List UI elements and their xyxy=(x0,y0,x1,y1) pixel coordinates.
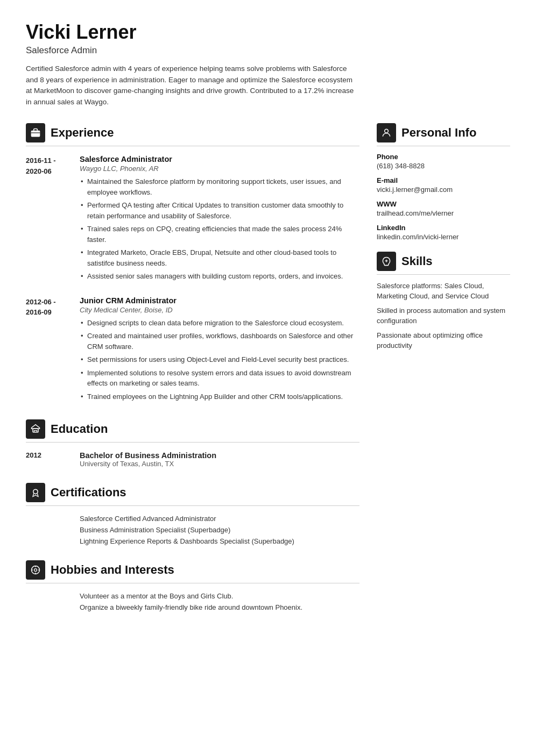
job-title-2: Junior CRM Administrator xyxy=(80,296,359,305)
job-company-2: City Medical Center, Boise, ID xyxy=(80,306,359,314)
svg-point-3 xyxy=(33,489,38,494)
bullet: Set permissions for users using Object-L… xyxy=(80,354,359,365)
briefcase-icon xyxy=(30,127,41,138)
hobby-item-1: Volunteer as a mentor at the Boys and Gi… xyxy=(80,592,359,600)
phone-label: Phone xyxy=(377,153,510,161)
hobbies-divider xyxy=(26,583,359,583)
experience-title: Experience xyxy=(51,126,114,140)
skills-title: Skills xyxy=(401,254,432,268)
job-bullets-2: Designed scripts to clean data before mi… xyxy=(80,318,359,402)
cert-item-1: Salesforce Certified Advanced Administra… xyxy=(80,515,359,523)
personal-info-section: Personal Info Phone (618) 348-8828 E-mai… xyxy=(377,123,510,241)
resume-title: Salesforce Admin xyxy=(26,45,510,56)
certifications-title: Certifications xyxy=(51,486,126,500)
edu-school-1: University of Texas, Austin, TX xyxy=(80,460,216,468)
job-entry-1: 2016-11 - 2020-06 Salesforce Administrat… xyxy=(26,155,359,284)
hobbies-title: Hobbies and Interests xyxy=(51,563,174,577)
svg-point-6 xyxy=(385,130,389,133)
personal-info-title: Personal Info xyxy=(401,126,476,140)
skill-item-2: Skilled in process automation and system… xyxy=(377,306,510,326)
bullet: Implemented solutions to resolve system … xyxy=(80,368,359,389)
education-title: Education xyxy=(51,422,108,436)
www-label: WWW xyxy=(377,200,510,208)
linkedin-label: LinkedIn xyxy=(377,224,510,232)
email-label: E-mail xyxy=(377,176,510,184)
job-bullets-1: Maintained the Salesforce platform by mo… xyxy=(80,176,359,282)
edu-content-1: Bachelor of Business Administration Univ… xyxy=(80,451,216,468)
linkedin-value: linkedin.com/in/vicki-lerner xyxy=(377,233,510,241)
bullet: Created and maintained user profiles, wo… xyxy=(80,331,359,352)
certifications-divider xyxy=(26,505,359,506)
hobbies-icon xyxy=(26,560,45,580)
skills-icon xyxy=(377,252,396,271)
bullet: Trained sales reps on CPQ, creating effi… xyxy=(80,224,359,245)
email-field: E-mail vicki.j.lerner@gmail.com xyxy=(377,176,510,194)
bullet: Trained employees on the Lightning App B… xyxy=(80,391,359,402)
hobbies-list: Volunteer as a mentor at the Boys and Gi… xyxy=(80,592,359,611)
job-content-2: Junior CRM Administrator City Medical Ce… xyxy=(80,296,359,405)
education-section: Education 2012 Bachelor of Business Admi… xyxy=(26,419,359,468)
experience-header: Experience xyxy=(26,123,359,142)
skills-divider xyxy=(377,274,510,275)
experience-divider xyxy=(26,146,359,146)
hobbies-section: Hobbies and Interests Volunteer as a men… xyxy=(26,560,359,611)
education-header: Education xyxy=(26,419,359,439)
linkedin-field: LinkedIn linkedin.com/in/vicki-lerner xyxy=(377,224,510,241)
job-company-1: Waygo LLC, Phoenix, AR xyxy=(80,165,359,173)
bullet: Designed scripts to clean data before mi… xyxy=(80,318,359,329)
personal-info-icon xyxy=(377,123,396,142)
experience-section: Experience 2016-11 - 2020-06 Salesforce … xyxy=(26,123,359,404)
cert-item-3: Lightning Experience Reports & Dashboard… xyxy=(80,537,359,545)
hobby-item-2: Organize a biweekly family-friendly bike… xyxy=(80,603,359,611)
job-title-1: Salesforce Administrator xyxy=(80,155,359,163)
svg-point-5 xyxy=(34,569,37,572)
skills-section: Skills Salesforce platforms: Sales Cloud… xyxy=(377,252,510,351)
certifications-icon xyxy=(26,483,45,502)
bullet: Maintained the Salesforce platform by mo… xyxy=(80,176,359,197)
email-value: vicki.j.lerner@gmail.com xyxy=(377,186,510,194)
education-icon xyxy=(26,419,45,439)
experience-icon xyxy=(26,123,45,142)
svg-rect-0 xyxy=(31,131,40,137)
job-entry-2: 2012-06 - 2016-09 Junior CRM Administrat… xyxy=(26,296,359,405)
skills-header: Skills xyxy=(377,252,510,271)
right-column: Personal Info Phone (618) 348-8828 E-mai… xyxy=(377,123,510,361)
www-field: WWW trailhead.com/me/vlerner xyxy=(377,200,510,217)
resume-summary: Certified Salesforce admin with 4 years … xyxy=(26,63,359,109)
bullet: Integrated Marketo, Oracle EBS, Drupal, … xyxy=(80,247,359,268)
bullet: Assisted senior sales managers with buil… xyxy=(80,271,359,282)
skill-item-1: Salesforce platforms: Sales Cloud, Marke… xyxy=(377,281,510,302)
cert-item-2: Business Administration Specialist (Supe… xyxy=(80,526,359,534)
hobbies-header: Hobbies and Interests xyxy=(26,560,359,580)
bullet: Performed QA testing after Critical Upda… xyxy=(80,200,359,221)
hobbies-svg-icon xyxy=(30,565,41,575)
job-dates-2: 2012-06 - 2016-09 xyxy=(26,296,70,405)
certifications-header: Certifications xyxy=(26,483,359,502)
edu-degree-1: Bachelor of Business Administration xyxy=(80,451,216,460)
job-dates-1: 2016-11 - 2020-06 xyxy=(26,155,70,284)
certificate-icon xyxy=(30,487,41,498)
personal-info-header: Personal Info xyxy=(377,123,510,142)
edu-year-1: 2012 xyxy=(26,451,70,468)
certifications-list: Salesforce Certified Advanced Administra… xyxy=(80,515,359,545)
skills-list: Salesforce platforms: Sales Cloud, Marke… xyxy=(377,281,510,351)
www-value: trailhead.com/me/vlerner xyxy=(377,209,510,217)
skills-svg-icon xyxy=(381,256,392,267)
phone-field: Phone (618) 348-8828 xyxy=(377,153,510,170)
skill-item-3: Passionate about optimizing office produ… xyxy=(377,331,510,351)
education-divider xyxy=(26,442,359,443)
person-icon xyxy=(381,127,392,138)
certifications-section: Certifications Salesforce Certified Adva… xyxy=(26,483,359,545)
left-column: Experience 2016-11 - 2020-06 Salesforce … xyxy=(26,123,359,626)
personal-info-divider xyxy=(377,146,510,146)
resume-name: Vicki Lerner xyxy=(26,22,510,43)
main-layout: Experience 2016-11 - 2020-06 Salesforce … xyxy=(26,123,510,626)
phone-value: (618) 348-8828 xyxy=(377,162,510,170)
job-content-1: Salesforce Administrator Waygo LLC, Phoe… xyxy=(80,155,359,284)
graduation-icon xyxy=(30,424,41,434)
edu-entry-1: 2012 Bachelor of Business Administration… xyxy=(26,451,359,468)
